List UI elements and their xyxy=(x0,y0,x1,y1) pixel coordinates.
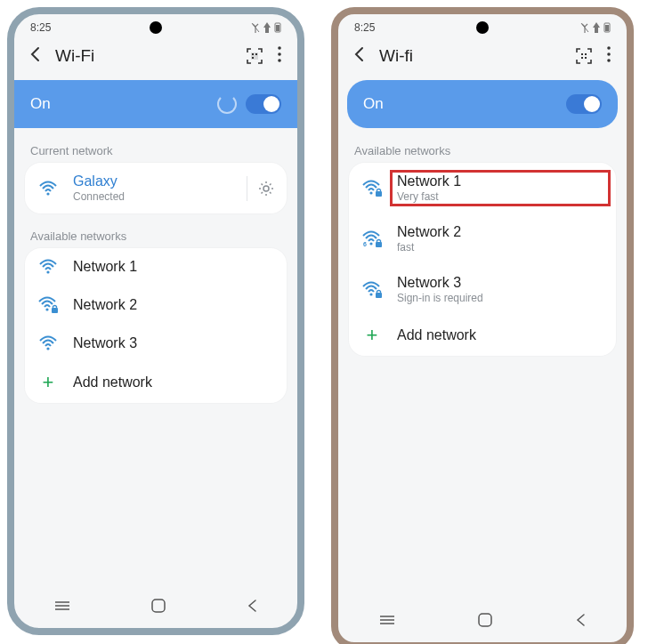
svg-rect-5 xyxy=(255,53,257,55)
network-row[interactable]: Network 3 Sign-in is required xyxy=(349,264,616,315)
svg-rect-34 xyxy=(376,242,382,247)
svg-rect-36 xyxy=(376,293,382,298)
svg-rect-22 xyxy=(605,25,609,31)
wifi6-signal-lock-icon: 6 xyxy=(361,230,383,248)
svg-point-32 xyxy=(369,242,372,245)
plus-icon: + xyxy=(361,326,383,345)
qr-scan-icon[interactable] xyxy=(246,47,263,65)
available-networks-label: Available networks xyxy=(349,141,616,163)
loading-spinner-icon xyxy=(217,94,237,114)
toggle-label: On xyxy=(30,95,51,113)
wifi-toggle-bar[interactable]: On xyxy=(347,80,618,128)
app-header: Wi-Fi xyxy=(14,36,297,80)
svg-point-12 xyxy=(46,270,49,273)
svg-point-8 xyxy=(278,52,281,56)
wifi-signal-lock-icon xyxy=(361,180,383,197)
wifi-switch[interactable] xyxy=(246,94,281,114)
available-networks-card: Network 1 Network 2 Network 3 + Add netw… xyxy=(25,248,287,403)
content-area: Available networks Network 1 Very fast 6 xyxy=(338,128,627,381)
nav-back[interactable] xyxy=(246,599,258,616)
svg-rect-31 xyxy=(376,191,382,197)
network-name: Network 2 xyxy=(397,224,603,240)
network-row[interactable]: Network 1 xyxy=(25,248,287,286)
page-title: Wi-Fi xyxy=(55,46,235,66)
network-row[interactable]: Network 2 xyxy=(25,286,287,325)
available-networks-card: Network 1 Very fast 6 Network 2 fast xyxy=(349,163,616,356)
nav-back[interactable] xyxy=(574,613,587,631)
nav-recents[interactable] xyxy=(378,614,396,630)
network-name: Galaxy xyxy=(73,173,232,189)
svg-rect-4 xyxy=(252,53,254,55)
add-network-row[interactable]: + Add network xyxy=(25,362,287,403)
svg-point-30 xyxy=(369,191,372,194)
back-button[interactable] xyxy=(351,45,368,68)
svg-rect-19 xyxy=(152,600,165,612)
nav-recents[interactable] xyxy=(53,600,71,616)
wifi-signal-icon xyxy=(37,181,59,197)
settings-gear-icon[interactable] xyxy=(247,176,274,201)
svg-rect-23 xyxy=(581,53,583,55)
network-sub: Sign-in is required xyxy=(397,292,603,304)
network-row[interactable]: Network 1 Very fast xyxy=(349,163,616,213)
camera-cutout xyxy=(476,21,489,34)
network-row[interactable]: Network 3 xyxy=(25,325,287,362)
svg-point-27 xyxy=(607,46,611,50)
current-network-label: Current network xyxy=(25,141,287,163)
wifi-toggle-bar[interactable]: On xyxy=(14,80,297,128)
svg-point-35 xyxy=(369,293,372,295)
phone-left: 8:25 Wi-Fi On xyxy=(7,7,304,635)
more-options-icon[interactable] xyxy=(274,44,285,68)
more-options-icon[interactable] xyxy=(603,44,614,68)
toggle-label: On xyxy=(363,95,384,113)
svg-rect-26 xyxy=(585,57,587,59)
camera-cutout xyxy=(150,21,162,34)
current-network-row[interactable]: Galaxy Connected xyxy=(25,163,287,213)
svg-rect-2 xyxy=(276,25,279,31)
network-name: Network 1 xyxy=(73,259,274,275)
phone-right: 8:25 Wi-fi On Av xyxy=(331,7,634,644)
status-time: 8:25 xyxy=(354,21,375,34)
network-name: Network 3 xyxy=(397,275,603,291)
back-button[interactable] xyxy=(27,45,45,68)
wifi-signal-icon xyxy=(37,335,59,351)
add-network-label: Add network xyxy=(397,327,603,343)
svg-rect-14 xyxy=(52,308,58,313)
wifi-signal-lock-icon xyxy=(361,281,383,299)
svg-point-13 xyxy=(45,308,48,310)
network-name: Network 2 xyxy=(73,297,274,313)
nav-bar xyxy=(338,601,627,642)
network-status: Connected xyxy=(73,190,232,203)
plus-icon: + xyxy=(37,373,59,392)
content-area: Current network Galaxy Connected Availab… xyxy=(14,128,297,428)
wifi-signal-lock-icon xyxy=(37,296,59,314)
svg-text:6: 6 xyxy=(363,241,367,247)
nav-bar xyxy=(14,587,297,628)
svg-point-15 xyxy=(46,347,49,350)
add-network-row[interactable]: + Add network xyxy=(349,315,616,356)
wifi-switch[interactable] xyxy=(566,94,602,114)
svg-rect-24 xyxy=(585,53,587,55)
network-name: Network 1 xyxy=(397,173,603,189)
svg-point-11 xyxy=(263,186,269,191)
nav-home[interactable] xyxy=(150,598,166,617)
network-sub: fast xyxy=(397,241,603,254)
svg-point-28 xyxy=(607,52,611,56)
current-network-card: Galaxy Connected xyxy=(25,163,287,213)
wifi-signal-icon xyxy=(37,259,59,275)
network-sub: Very fast xyxy=(397,190,603,203)
nav-home[interactable] xyxy=(477,612,493,632)
svg-point-29 xyxy=(607,59,611,62)
add-network-label: Add network xyxy=(73,374,274,390)
svg-rect-25 xyxy=(581,57,583,59)
page-title: Wi-fi xyxy=(379,46,564,66)
qr-scan-icon[interactable] xyxy=(575,47,593,65)
status-icons xyxy=(251,22,281,33)
svg-rect-6 xyxy=(252,57,254,59)
svg-point-10 xyxy=(46,192,49,195)
network-name: Network 3 xyxy=(73,335,274,351)
available-networks-label: Available networks xyxy=(25,226,287,248)
svg-point-7 xyxy=(278,46,281,50)
svg-point-9 xyxy=(278,59,281,62)
network-row[interactable]: 6 Network 2 fast xyxy=(349,213,616,264)
status-time: 8:25 xyxy=(30,21,51,34)
